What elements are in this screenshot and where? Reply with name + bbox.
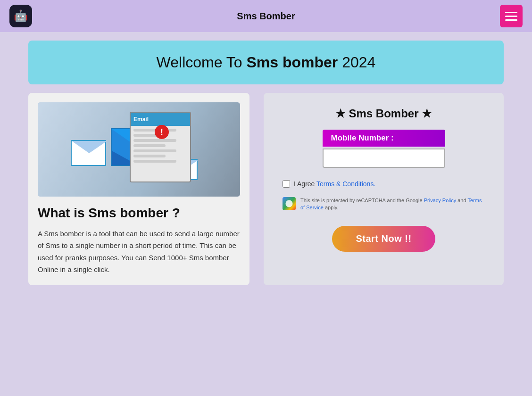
- menu-icon-line2: [505, 16, 517, 17]
- main-content: Email !: [28, 93, 504, 285]
- screen-line: [133, 149, 176, 152]
- terms-row: I Agree Terms & Conditions.: [283, 180, 485, 188]
- envelope-small-1: [71, 140, 106, 166]
- navbar-title: Sms Bomber: [237, 11, 295, 22]
- screen-label: Email: [133, 116, 149, 123]
- right-card-title: ★ Sms Bomber ★: [335, 107, 432, 120]
- menu-button[interactable]: [500, 5, 523, 27]
- logo-emoji: 🤖: [14, 9, 28, 23]
- recaptcha-icon: [283, 197, 296, 210]
- screen-line: [133, 139, 176, 142]
- notification-badge: !: [155, 125, 169, 139]
- start-now-button[interactable]: Start Now !!: [332, 226, 435, 252]
- menu-icon-line1: [505, 12, 517, 13]
- screen-bg: Email: [130, 112, 191, 182]
- description-text: A Sms bomber is a tool that can be used …: [38, 228, 240, 276]
- mobile-number-label: Mobile Number :: [323, 130, 445, 147]
- recaptcha-and: and: [456, 198, 467, 203]
- terms-checkbox[interactable]: [283, 180, 290, 188]
- welcome-banner: Wellcome To Sms bomber 2024: [28, 41, 504, 84]
- navbar: 🤖 Sms Bomber: [0, 0, 532, 32]
- screen-line: [133, 155, 166, 157]
- screen-line: [133, 144, 166, 147]
- recaptcha-row: This site is protected by reCAPTCHA and …: [283, 197, 485, 212]
- recaptcha-text-1: This site is protected by reCAPTCHA and …: [300, 198, 424, 203]
- mobile-number-input[interactable]: [323, 148, 445, 168]
- form-section: Mobile Number :: [283, 130, 485, 168]
- welcome-text-normal: Wellcome To: [157, 54, 247, 71]
- right-card: ★ Sms Bomber ★ Mobile Number : I Agree T…: [264, 93, 504, 285]
- terms-link[interactable]: Terms & Conditions.: [316, 180, 375, 188]
- left-card: Email !: [28, 93, 249, 285]
- welcome-text-bold: Sms bomber: [246, 54, 338, 71]
- terms-text: I Agree Terms & Conditions.: [294, 180, 375, 188]
- terms-agree-text: I Agree: [294, 180, 316, 188]
- email-scene: Email !: [38, 102, 240, 197]
- menu-icon-line3: [505, 19, 517, 21]
- email-illustration: Email !: [38, 102, 240, 197]
- recaptcha-svg: [285, 199, 293, 208]
- screen-line: [133, 160, 176, 163]
- recaptcha-privacy-link[interactable]: Privacy Policy: [424, 198, 456, 203]
- welcome-heading: Wellcome To Sms bomber 2024: [42, 54, 490, 71]
- recaptcha-suffix: apply.: [324, 205, 339, 210]
- screen-top: Email: [131, 113, 190, 126]
- app-logo: 🤖: [9, 5, 32, 27]
- what-is-heading: What is Sms bomber ?: [38, 205, 240, 221]
- recaptcha-text: This site is protected by reCAPTCHA and …: [300, 197, 485, 212]
- welcome-text-year: 2024: [338, 54, 375, 71]
